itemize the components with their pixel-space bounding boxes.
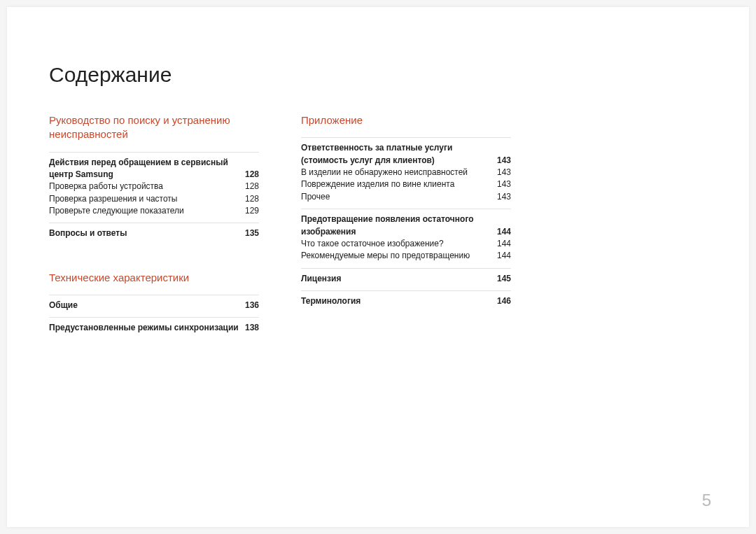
toc-group: Общие 136 xyxy=(49,295,259,311)
toc-label: Проверка разрешения и частоты xyxy=(49,193,245,205)
page-number: 5 xyxy=(702,491,711,510)
toc-entry: Предустановленные режимы синхронизации 1… xyxy=(49,322,259,334)
toc-entry: Ответственность за платные услуги (стоим… xyxy=(301,142,511,167)
toc-page: 128 xyxy=(245,181,259,192)
toc-entry: Действия перед обращением в сервисный це… xyxy=(49,157,259,181)
toc-page: 135 xyxy=(245,227,259,239)
toc-entry: Повреждение изделия по вине клиента 143 xyxy=(301,178,511,190)
toc-label: Предотвращение появления остаточного изо… xyxy=(301,213,497,238)
toc-label: Ответственность за платные услуги (стоим… xyxy=(301,142,497,167)
toc-page: 138 xyxy=(245,322,259,334)
toc-group: Вопросы и ответы 135 xyxy=(49,223,259,239)
document-page: Содержание Руководство по поиску и устра… xyxy=(7,7,749,527)
section-heading-specs: Технические характеристики xyxy=(49,271,259,285)
toc-label: Действия перед обращением в сервисный це… xyxy=(49,157,245,181)
toc-label: Проверка работы устройства xyxy=(49,181,245,192)
toc-entry: Лицензия 145 xyxy=(301,273,511,285)
toc-page: 129 xyxy=(245,205,259,217)
toc-page: 146 xyxy=(497,295,511,307)
toc-group: Предустановленные режимы синхронизации 1… xyxy=(49,317,259,334)
toc-entry: Предотвращение появления остаточного изо… xyxy=(301,213,511,238)
toc-label: Терминология xyxy=(301,295,497,307)
toc-page: 144 xyxy=(497,226,511,238)
section-heading-appendix: Приложение xyxy=(301,113,511,127)
toc-columns: Руководство по поиску и устранению неисп… xyxy=(49,113,707,340)
toc-entry: Общие 136 xyxy=(49,300,259,311)
toc-label: Лицензия xyxy=(301,273,497,285)
toc-entry: Прочее 143 xyxy=(301,191,511,203)
content-area: Содержание Руководство по поиску и устра… xyxy=(7,7,749,340)
toc-right-column: Приложение Ответственность за платные ус… xyxy=(301,113,511,340)
toc-left-column: Руководство по поиску и устранению неисп… xyxy=(49,113,259,340)
toc-label: Общие xyxy=(49,300,245,311)
toc-group: Терминология 146 xyxy=(301,290,511,307)
toc-entry: Терминология 146 xyxy=(301,295,511,307)
toc-page: 143 xyxy=(497,178,511,190)
toc-label: Проверьте следующие показатели xyxy=(49,205,245,217)
toc-page: 143 xyxy=(497,167,511,178)
toc-group: Предотвращение появления остаточного изо… xyxy=(301,209,511,262)
page-title: Содержание xyxy=(49,63,707,87)
toc-label: Прочее xyxy=(301,191,497,203)
toc-group: Действия перед обращением в сервисный це… xyxy=(49,152,259,218)
toc-label: Предустановленные режимы синхронизации xyxy=(49,322,245,334)
toc-page: 136 xyxy=(245,300,259,311)
toc-entry: Рекомендуемые меры по предотвращению 144 xyxy=(301,250,511,262)
toc-entry: Проверка работы устройства 128 xyxy=(49,181,259,192)
toc-label: Рекомендуемые меры по предотвращению xyxy=(301,250,497,262)
toc-label: В изделии не обнаружено неисправностей xyxy=(301,167,497,178)
toc-page: 145 xyxy=(497,273,511,285)
toc-entry: Проверьте следующие показатели 129 xyxy=(49,205,259,217)
toc-page: 144 xyxy=(497,238,511,250)
toc-page: 143 xyxy=(497,155,511,167)
toc-label: Что такое остаточное изображение? xyxy=(301,238,497,250)
toc-page: 128 xyxy=(245,169,259,181)
section-heading-troubleshooting: Руководство по поиску и устранению неисп… xyxy=(49,113,259,142)
toc-page: 144 xyxy=(497,250,511,262)
toc-entry: Вопросы и ответы 135 xyxy=(49,227,259,239)
toc-page: 128 xyxy=(245,193,259,205)
toc-label: Вопросы и ответы xyxy=(49,227,245,239)
toc-entry: В изделии не обнаружено неисправностей 1… xyxy=(301,167,511,178)
toc-entry: Что такое остаточное изображение? 144 xyxy=(301,238,511,250)
toc-entry: Проверка разрешения и частоты 128 xyxy=(49,193,259,205)
toc-group: Ответственность за платные услуги (стоим… xyxy=(301,137,511,203)
toc-label: Повреждение изделия по вине клиента xyxy=(301,178,497,190)
toc-page: 143 xyxy=(497,191,511,203)
toc-group: Лицензия 145 xyxy=(301,268,511,285)
